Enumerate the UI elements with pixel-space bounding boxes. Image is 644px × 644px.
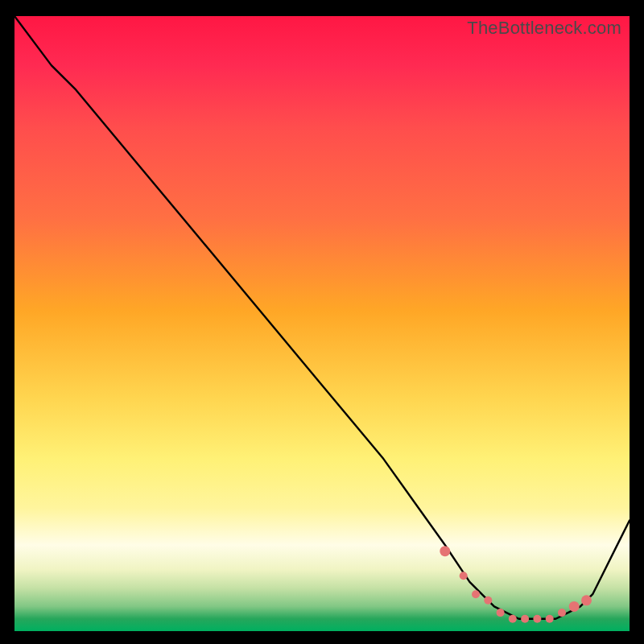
marker-dot bbox=[484, 597, 492, 605]
marker-dot bbox=[472, 590, 480, 598]
plot-area: TheBottleneck.com bbox=[14, 16, 630, 631]
marker-dot bbox=[440, 546, 450, 556]
marker-dot bbox=[558, 609, 566, 617]
marker-dot bbox=[533, 615, 541, 623]
marker-dot bbox=[521, 615, 529, 623]
marker-dot bbox=[581, 595, 592, 605]
bottleneck-curve bbox=[14, 16, 630, 619]
chart-svg bbox=[14, 16, 630, 631]
marker-dot bbox=[546, 615, 554, 623]
chart-frame: TheBottleneck.com bbox=[0, 0, 644, 644]
marker-dot bbox=[569, 601, 580, 612]
marker-dot bbox=[497, 609, 505, 617]
marker-dot bbox=[509, 615, 517, 623]
marker-dot bbox=[460, 572, 468, 580]
